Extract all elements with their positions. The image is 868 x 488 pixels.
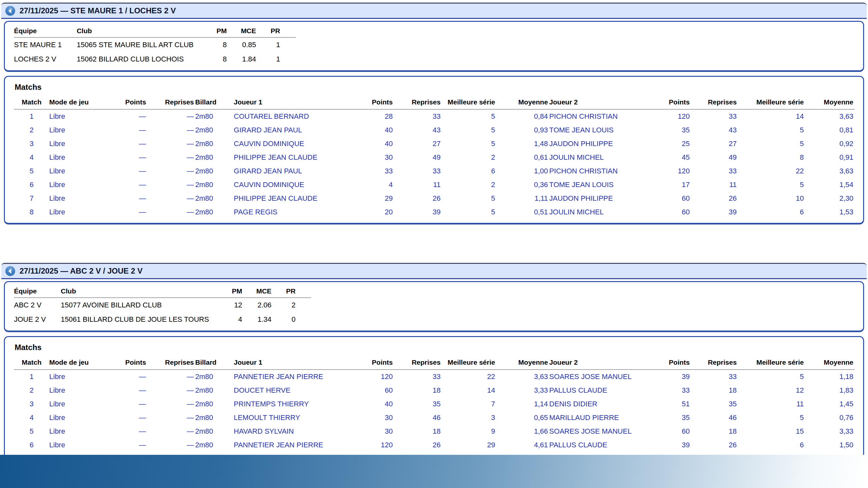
cell: 60 (665, 205, 691, 219)
team-row: LOCHES 2 V15062 BILLARD CLUB LOCHOIS81.8… (14, 52, 296, 66)
cell: 30 (366, 425, 394, 438)
match-row: 4Libre——2m80PHILIPPE JEAN CLAUDE304920,6… (14, 151, 855, 164)
cell: LEMOULT THIERRY (234, 411, 366, 425)
cell: 43 (394, 123, 442, 137)
cell: 1.84 (238, 52, 267, 66)
cell: PANNETIER JEAN PIERRE (234, 438, 366, 452)
cell: 2m80 (195, 192, 234, 205)
cell: 11 (691, 178, 738, 192)
cell: 5 (14, 425, 49, 438)
cell: GIRARD JEAN PAUL (234, 123, 366, 137)
cell: 1,54 (805, 178, 855, 192)
cell: 15077 AVOINE BILLARD CLUB (61, 298, 224, 312)
cell: 12 (224, 298, 253, 312)
footer-wave (0, 455, 868, 488)
cell: JAUDON PHILIPPE (549, 192, 665, 205)
header-row: MatchMode de jeuPointsReprisesBillardJou… (14, 97, 855, 109)
cell: 8 (14, 205, 49, 219)
cell: — (104, 425, 148, 438)
cell: Libre (49, 438, 104, 452)
cell: 35 (665, 123, 691, 137)
section-header: 27/11/2025 — STE MAURE 1 / LOCHES 2 V (1, 3, 867, 19)
cell: 14 (442, 384, 497, 397)
match-row: 5Libre——2m80GIRARD JEAN PAUL333361,00PIC… (14, 164, 855, 178)
cell: 7 (442, 397, 497, 411)
cell: 2 (14, 123, 49, 137)
matchs-panel: Matchs MatchMode de jeuPointsReprisesBil… (4, 76, 864, 225)
cell: 2m80 (195, 384, 234, 397)
back-icon[interactable] (5, 6, 15, 16)
column-header: Billard (195, 97, 234, 109)
cell: CAUVIN DOMINIQUE (234, 178, 366, 192)
column-header: Points (665, 97, 691, 109)
cell: 10 (738, 192, 805, 205)
cell: — (148, 109, 195, 123)
column-header: Mode de jeu (49, 97, 104, 109)
cell: 6 (738, 205, 805, 219)
cell: 1,48 (496, 137, 549, 151)
cell: JOUE 2 V (14, 312, 61, 327)
cell: 18 (691, 425, 738, 438)
cell: 2m80 (195, 425, 234, 438)
cell: 5 (738, 411, 805, 425)
cell: Libre (49, 151, 104, 164)
cell: — (104, 151, 148, 164)
column-header: Meilleure série (738, 357, 805, 369)
cell: PALLUS CLAUDE (549, 438, 665, 452)
cell: 15 (738, 425, 805, 438)
column-header: Moyenne (805, 97, 855, 109)
cell: 27 (691, 137, 738, 151)
cell: Libre (49, 425, 104, 438)
cell: 3 (14, 397, 49, 411)
match-row: 3Libre——2m80PRINTEMPS THIERRY403571,14DE… (14, 397, 855, 411)
cell: 33 (394, 164, 442, 178)
cell: 1,18 (805, 369, 855, 384)
column-header: Reprises (148, 357, 195, 369)
column-header: Joueur 1 (234, 97, 366, 109)
match-row: 2Libre——2m80DOUCET HERVE6018143,33PALLUS… (14, 384, 855, 397)
cell: 30 (366, 411, 394, 425)
cell: 3,63 (805, 109, 855, 123)
cell: 0 (282, 312, 311, 327)
cell: 120 (665, 164, 691, 178)
cell: 39 (665, 438, 691, 452)
column-header: Équipe (14, 25, 77, 37)
cell: COUTAREL BERNARD (234, 109, 366, 123)
cell: 4 (14, 411, 49, 425)
cell: — (104, 137, 148, 151)
cell: 0,76 (805, 411, 855, 425)
cell: 39 (394, 205, 442, 219)
column-header: Club (61, 285, 224, 298)
cell: 5 (442, 109, 497, 123)
column-header: Reprises (691, 357, 738, 369)
header-row: ÉquipeClubPMMCEPR (14, 25, 296, 37)
cell: — (148, 192, 195, 205)
match-row: 8Libre——2m80PAGE REGIS203950,51JOULIN MI… (14, 205, 855, 219)
cell: — (104, 164, 148, 178)
cell: — (104, 438, 148, 452)
back-icon[interactable] (5, 266, 15, 276)
section-title: 27/11/2025 — STE MAURE 1 / LOCHES 2 V (20, 6, 176, 15)
cell: 1,66 (496, 425, 549, 438)
cell: 35 (691, 397, 738, 411)
column-header: MCE (238, 25, 267, 37)
cell: 6 (14, 178, 49, 192)
section-title: 27/11/2025 — ABC 2 V / JOUE 2 V (20, 266, 143, 275)
cell: 3,33 (496, 384, 549, 397)
cell: 45 (665, 151, 691, 164)
cell: Libre (49, 164, 104, 178)
column-header: Points (104, 97, 148, 109)
cell: 0.85 (238, 37, 267, 52)
cell: 33 (394, 109, 442, 123)
cell: Libre (49, 397, 104, 411)
cell: 15065 STE MAURE BILL ART CLUB (77, 37, 209, 52)
column-header: Moyenne (496, 97, 549, 109)
column-header: Moyenne (805, 357, 855, 369)
cell: 3,33 (805, 425, 855, 438)
section-header: 27/11/2025 — ABC 2 V / JOUE 2 V (1, 263, 867, 279)
match-row: 5Libre——2m80HAVARD SYLVAIN301891,66SOARE… (14, 425, 855, 438)
cell: MARILLAUD PIERRE (549, 411, 665, 425)
cell: 2,30 (805, 192, 855, 205)
cell: 5 (738, 178, 805, 192)
match-row: 1Libre——2m80PANNETIER JEAN PIERRE1203322… (14, 369, 855, 384)
